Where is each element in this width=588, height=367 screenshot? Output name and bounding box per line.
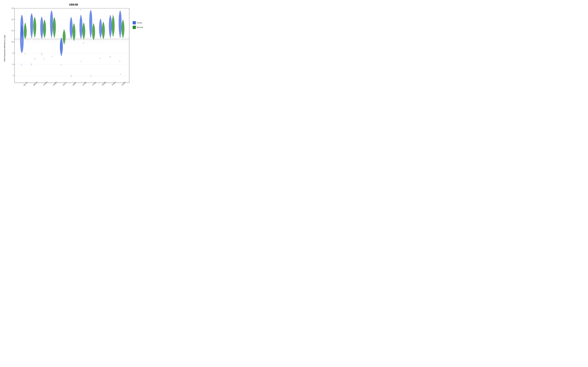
svg-point-88: [80, 9, 81, 10]
svg-point-45: [31, 64, 32, 65]
svg-point-128: [122, 27, 123, 28]
svg-point-119: [112, 15, 113, 15]
svg-point-115: [110, 57, 111, 58]
svg-point-97: [90, 12, 91, 13]
svg-point-44: [32, 17, 32, 17]
svg-text:11: 11: [12, 30, 14, 32]
svg-point-32: [21, 64, 22, 65]
svg-text:9: 9: [12, 52, 13, 54]
svg-point-103: [93, 32, 94, 32]
svg-point-73: [61, 65, 61, 65]
svg-point-124: [120, 74, 121, 75]
svg-point-55: [41, 53, 42, 54]
svg-text:13: 13: [12, 7, 14, 9]
chart-svg-area: 13 12 11 10 9 8 7: [7, 7, 144, 90]
svg-point-51: [35, 58, 35, 59]
svg-point-65: [52, 56, 52, 57]
svg-point-89: [81, 61, 82, 62]
y-axis-label: mRNA Expression (RNASeq V2, log2): [3, 7, 7, 90]
svg-point-56: [42, 55, 42, 55]
svg-rect-141: [133, 26, 136, 29]
svg-text:8: 8: [12, 63, 13, 65]
svg-point-31: [22, 18, 22, 18]
svg-point-107: [100, 58, 101, 59]
chart-container: UBE4B mRNA Expression (RNASeq V2, log2): [3, 2, 144, 90]
svg-point-64: [51, 13, 52, 14]
svg-point-76: [64, 32, 64, 33]
svg-text:10: 10: [12, 41, 14, 43]
svg-point-37: [25, 53, 25, 54]
svg-text:7: 7: [12, 75, 13, 76]
svg-point-46: [32, 65, 32, 66]
svg-point-60: [44, 58, 45, 59]
legend-tumor-label: Tumor: [137, 22, 142, 24]
svg-point-98: [91, 75, 91, 76]
svg-point-69: [54, 27, 54, 28]
svg-point-43: [31, 16, 32, 17]
svg-text:12: 12: [12, 18, 14, 20]
svg-point-99: [91, 77, 91, 77]
svg-point-38: [25, 27, 26, 27]
svg-point-93: [83, 43, 84, 43]
svg-point-123: [120, 61, 120, 62]
svg-point-114: [110, 56, 110, 57]
svg-rect-140: [133, 21, 136, 24]
svg-point-80: [70, 75, 71, 76]
svg-point-30: [21, 18, 22, 19]
chart-title: UBE4B: [69, 3, 78, 6]
legend-normal-label: Normal: [137, 26, 143, 28]
svg-point-50: [34, 19, 35, 20]
svg-point-33: [22, 65, 22, 66]
svg-point-81: [71, 76, 71, 77]
